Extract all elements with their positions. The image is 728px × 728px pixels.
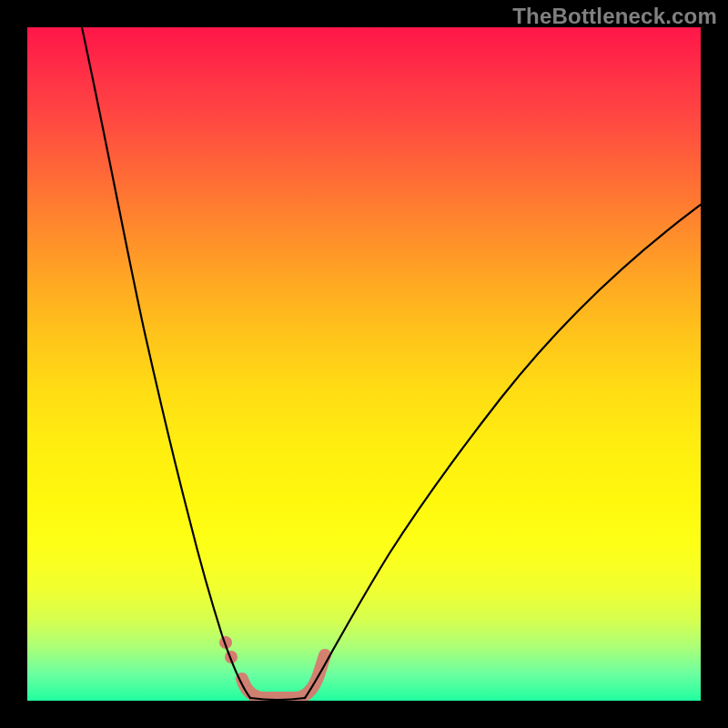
watermark-text: TheBottleneck.com [512,4,717,29]
highlight-path [242,655,325,698]
curve-right [305,205,701,698]
chart-frame: TheBottleneck.com [0,0,728,728]
plot-area [27,27,701,701]
chart-svg [27,27,701,701]
curve-left [82,27,250,698]
